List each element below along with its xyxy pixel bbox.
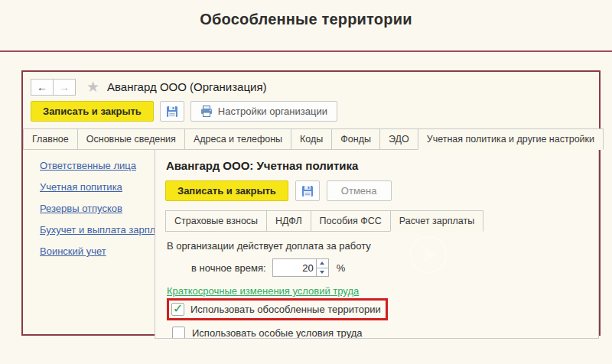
special-conditions-checkbox[interactable] [172,327,185,339]
panel-toolbar: Записать и закрыть Отмена [165,180,589,201]
panel-title: Авангард ООО: Учетная политика [166,159,589,172]
triangle-down-icon [320,271,324,274]
sidebar: Ответственные лица Учетная попитика Резе… [23,150,153,258]
tab-glavnoe[interactable]: Главное [23,128,78,150]
organization-window: ← → ★ Авангард ООО (Организация) Записат… [21,70,601,336]
tab-adresa-i-telefony[interactable]: Адреса и телефоны [184,128,291,150]
night-time-label: в ночное время: [191,262,266,274]
accounting-policy-panel: Авангард ООО: Учетная политика Записать … [155,149,599,339]
sidebar-item-rezervy-otpuskov[interactable]: Резервы отпусков [40,201,153,216]
org-settings-label: Настройки организации [218,106,327,117]
sidebar-item-voinskij-uchet[interactable]: Воинский учет [40,244,153,258]
tab-raschet-zarplaty[interactable]: Расчет зарплаты [390,210,483,232]
window-title: Авангард ООО (Организация) [107,80,266,93]
tab-osnovnye-svedeniya[interactable]: Основные сведения [77,128,185,150]
night-time-row: в ночное время: % [191,258,588,277]
tab-edo[interactable]: ЭДО [379,128,418,150]
tab-uchetnaya-politika[interactable]: Учетная политика и другие настройки [418,128,604,150]
page-divider [0,50,612,52]
spinner-buttons [316,259,328,276]
sidebar-item-buhuchet-i-vyplata[interactable]: Бухучет и выплата зарпла [40,223,153,237]
salary-settings-content: В организации действует доплата за работ… [165,232,589,339]
favorite-star-icon[interactable]: ★ [86,78,99,96]
printer-icon [200,106,213,117]
special-conditions-row: Использовать особые условия труда [172,327,588,339]
triangle-up-icon [320,262,324,265]
separate-territories-checkbox[interactable] [171,303,184,316]
forward-button[interactable]: → [53,79,76,96]
spinner-up-button[interactable] [317,259,328,268]
separate-territories-row: Использовать обособленные территории [167,298,388,320]
window-body: Ответственные лица Учетная попитика Резе… [23,150,599,339]
save-button[interactable] [160,101,184,122]
floppy-disk-icon [301,185,314,197]
night-percent-spinbox [272,258,329,277]
tab-kody[interactable]: Коды [291,128,332,150]
forward-arrow-icon: → [59,81,70,93]
page-title: Обособленные территории [0,0,612,28]
window-header: ← → ★ Авангард ООО (Организация) [31,78,599,96]
separate-territories-label: Использовать обособленные территории [190,304,381,315]
short-term-changes-link[interactable]: Краткосрочные изменения условий труда [167,285,359,297]
save-and-close-button[interactable]: Записать и закрыть [31,101,154,122]
floppy-disk-icon [166,106,178,118]
cancel-button[interactable]: Отмена [327,180,392,201]
back-button[interactable]: ← [31,79,54,96]
org-settings-button[interactable]: Настройки организации [190,101,337,122]
window-toolbar: Записать и закрыть Настройки организации [31,101,599,122]
percent-sign: % [337,262,346,274]
back-arrow-icon: ← [37,81,47,93]
night-supplement-text: В организации действует доплата за работ… [167,240,588,252]
panel-save-button[interactable] [295,180,320,201]
policy-tabs: Страховые взносы НДФЛ Пособия ФСС Расчет… [165,210,487,232]
sidebar-item-uchetnaya-politika[interactable]: Учетная попитика [40,180,153,194]
night-percent-input[interactable] [273,259,316,276]
panel-save-and-close-button[interactable]: Записать и закрыть [165,180,288,201]
spinner-down-button[interactable] [317,268,328,277]
nav-buttons: ← → [31,79,76,96]
organization-tabs: Главное Основные сведения Адреса и телеф… [23,128,599,150]
sidebar-item-otvetstvennye-lica[interactable]: Ответственные лица [40,158,153,173]
special-conditions-label: Использовать особые условия труда [192,327,363,339]
tab-ndfl[interactable]: НДФЛ [266,210,311,232]
tab-fondy[interactable]: Фонды [331,128,380,150]
tab-strahovye-vznosy[interactable]: Страховые взносы [165,210,267,232]
tab-posobiya-fss[interactable]: Пособия ФСС [311,210,391,232]
